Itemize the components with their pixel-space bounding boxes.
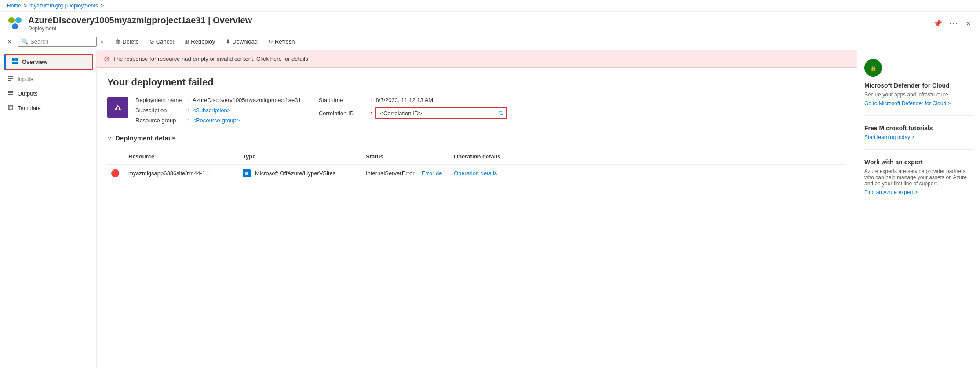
download-icon: ⬇ [226, 38, 230, 45]
table-col-resource: Resource [125, 151, 239, 162]
table-cell-operation: Operation details [450, 168, 538, 178]
svg-rect-9 [8, 80, 11, 81]
table-cell-resource: myazmigsapp6386site/rrn44-1... [125, 168, 239, 178]
defender-section: 🔒 Microsoft Defender for Cloud Secure yo… [864, 59, 973, 107]
panel-divider-2 [864, 149, 973, 150]
delete-label: Delete [122, 38, 139, 45]
search-box[interactable]: 🔍 [18, 37, 97, 47]
breadcrumb-sep1: > [24, 3, 27, 9]
error-banner-icon: ⊘ [104, 55, 109, 63]
resource-type-icon [243, 169, 251, 177]
redeploy-button[interactable]: ⊞ Redeploy [180, 36, 219, 47]
sidebar-item-outputs-label: Outputs [18, 90, 38, 97]
defender-heading: Microsoft Defender for Cloud [864, 82, 973, 89]
subscription-link[interactable]: <Subscription> [193, 107, 231, 114]
deployment-name-value: AzureDiscovery1005myazmigproject1ae31 [193, 97, 301, 103]
start-time-value: 8/7/2023, 11:12:13 AM [375, 97, 433, 103]
app-icon [7, 16, 23, 32]
delete-icon: 🗑 [115, 38, 120, 45]
svg-rect-3 [12, 58, 15, 61]
inputs-icon [7, 75, 14, 83]
sidebar-item-template[interactable]: Template [0, 101, 96, 115]
sidebar-item-template-label: Template [18, 105, 41, 111]
tutorials-heading: Free Microsoft tutorials [864, 125, 973, 132]
cancel-button[interactable]: ⊘ Cancel [145, 36, 178, 47]
more-options-icon[interactable]: ··· [947, 17, 960, 30]
right-panel: 🔒 Microsoft Defender for Cloud Secure yo… [857, 50, 980, 368]
correlation-id-row: Correlation ID : <Correlation ID> ⧉ [319, 107, 508, 119]
svg-point-1 [15, 17, 22, 23]
resource-type: Microsoft.OffAzure/HyperVSites [255, 170, 335, 177]
table-col-operation: Operation details [450, 151, 538, 162]
tutorials-link[interactable]: Start learning today > [864, 134, 973, 140]
breadcrumb-resource-group[interactable]: myazuremigrg | Deployments [29, 3, 98, 9]
deployment-details-header[interactable]: ∨ Deployment details [107, 134, 846, 142]
subscription-row: Subscription : <Subscription> [135, 107, 301, 114]
table-header: Resource Type Status Operation details [107, 149, 846, 165]
page-subtitle: Deployment [28, 26, 252, 32]
operation-details-link[interactable]: Operation details [454, 170, 497, 177]
defender-text: Secure your apps and infrastructure [864, 92, 973, 98]
error-banner[interactable]: ⊘ The response for resource had empty or… [97, 50, 857, 68]
collapse-icon[interactable]: « [100, 38, 103, 45]
table-cell-type: Microsoft.OffAzure/HyperVSites [239, 168, 362, 179]
sidebar-item-overview[interactable]: Overview [4, 55, 92, 69]
error-details-link[interactable]: Error de [422, 170, 442, 177]
template-icon [7, 104, 14, 112]
chevron-down-icon: ∨ [107, 135, 112, 142]
error-banner-message: The response for resource had empty or i… [113, 55, 308, 62]
deployment-name-label: Deployment name [135, 97, 184, 103]
refresh-icon: ↻ [268, 38, 273, 45]
deployment-failed-title: Your deployment failed [107, 77, 846, 88]
deployment-details-title: Deployment details [115, 134, 176, 142]
expert-text: Azure experts are service provider partn… [864, 168, 973, 187]
deployment-resource-icon [107, 97, 128, 118]
sidebar-item-inputs-label: Inputs [18, 76, 33, 82]
resource-group-label: Resource group [135, 117, 184, 124]
svg-text:🔒: 🔒 [870, 65, 877, 71]
toolbar-close-icon[interactable]: ✕ [7, 38, 12, 45]
close-icon[interactable]: ✕ [964, 18, 973, 29]
pin-icon[interactable]: 📌 [932, 18, 944, 29]
search-input[interactable] [30, 38, 87, 45]
table-cell-status: InternalServerError Error de [362, 168, 450, 178]
table-col-status: Status [362, 151, 450, 162]
subscription-label: Subscription [135, 107, 184, 114]
cancel-icon: ⊘ [149, 38, 154, 45]
svg-point-14 [117, 107, 119, 110]
status-text: InternalServerError [366, 170, 415, 177]
table-col-type: Type [239, 151, 362, 162]
start-time-label: Start time [319, 97, 367, 103]
redeploy-label: Redeploy [191, 38, 215, 45]
outputs-icon [7, 90, 14, 97]
svg-rect-11 [8, 92, 13, 93]
download-label: Download [232, 38, 258, 45]
svg-rect-4 [15, 58, 18, 61]
page-title: AzureDiscovery1005myazmigproject1ae31 | … [28, 15, 252, 26]
breadcrumb-home[interactable]: Home [7, 3, 21, 9]
delete-button[interactable]: 🗑 Delete [110, 36, 143, 47]
resource-group-row: Resource group : <Resource group> [135, 117, 301, 124]
svg-point-2 [12, 23, 18, 29]
deployment-name-row: Deployment name : AzureDiscovery1005myaz… [135, 97, 301, 103]
correlation-id-value: <Correlation ID> [380, 110, 422, 117]
svg-rect-10 [8, 91, 13, 92]
sidebar-item-inputs[interactable]: Inputs [0, 72, 96, 86]
svg-rect-12 [8, 94, 13, 95]
resource-group-link[interactable]: <Resource group> [193, 117, 240, 124]
svg-rect-5 [12, 62, 15, 64]
sidebar-item-overview-label: Overview [22, 59, 47, 65]
row-error-icon: 🔴 [111, 169, 120, 177]
expert-link[interactable]: Find an Azure expert > [864, 189, 973, 195]
deployment-table: Resource Type Status Operation details 🔴… [107, 149, 846, 182]
download-button[interactable]: ⬇ Download [221, 36, 262, 47]
correlation-id-box: <Correlation ID> ⧉ [375, 107, 507, 119]
copy-correlation-id-icon[interactable]: ⧉ [499, 110, 503, 117]
svg-rect-7 [8, 76, 13, 77]
sidebar-item-outputs[interactable]: Outputs [0, 86, 96, 101]
correlation-id-label: Correlation ID [319, 110, 367, 117]
start-time-row: Start time : 8/7/2023, 11:12:13 AM [319, 97, 508, 103]
table-cell-status-icon: 🔴 [107, 167, 125, 179]
refresh-button[interactable]: ↻ Refresh [264, 36, 299, 47]
defender-link[interactable]: Go to Microsoft Defender for Cloud > [864, 100, 973, 107]
